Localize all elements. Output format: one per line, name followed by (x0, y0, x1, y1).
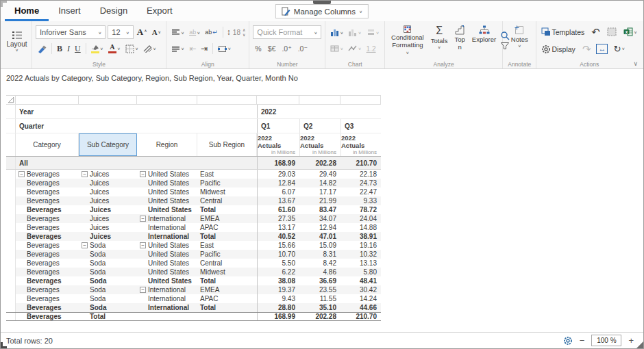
table-chart-button[interactable]: ∨ (329, 44, 345, 53)
cell[interactable]: United States (137, 205, 197, 214)
cell[interactable]: −United States (137, 241, 197, 250)
value-cell[interactable]: 5.50 (257, 259, 299, 268)
cell[interactable]: Juices (79, 214, 137, 223)
currency-format-button[interactable]: $€ (266, 44, 278, 53)
value-cell[interactable]: 83.47 (299, 205, 340, 214)
table-row[interactable]: BeveragesJuicesUnited StatesPacific12.84… (6, 179, 381, 188)
table-row[interactable]: BeveragesJuicesUnited StatesMidwest6.071… (6, 188, 381, 196)
value-cell[interactable]: 40.52 (257, 232, 299, 241)
value-cell[interactable]: 61.60 (257, 205, 299, 214)
cell[interactable]: Midwest (197, 188, 257, 196)
strip-cell[interactable] (340, 96, 381, 104)
value-cell[interactable]: 30.42 (340, 285, 381, 294)
cell[interactable]: Midwest (197, 268, 257, 276)
shrink-font-button[interactable]: A∨ (151, 27, 162, 37)
cell[interactable]: Juices (79, 196, 137, 205)
fill-color-button[interactable]: ∨ (90, 44, 105, 54)
cell[interactable]: Juices (79, 232, 137, 241)
cell[interactable]: Total (79, 313, 137, 320)
table-row[interactable]: BeveragesSodaInternationalTotal28.8035.1… (6, 303, 381, 312)
zoom-out-button[interactable]: − (580, 335, 585, 346)
value-cell[interactable]: 36.69 (299, 276, 340, 285)
table-row[interactable]: BeveragesJuices−InternationalEMEA27.3534… (6, 214, 381, 223)
cell[interactable]: Juices (79, 188, 137, 196)
value-cell[interactable]: 8.42 (299, 259, 340, 268)
cell[interactable]: Beverages (16, 268, 79, 276)
cell[interactable]: Beverages (16, 188, 79, 196)
cell[interactable]: Beverages (16, 232, 79, 241)
templates-button[interactable]: Templates (540, 27, 586, 37)
cell[interactable]: Central (197, 259, 257, 268)
row-height-value[interactable]: 18 (233, 29, 240, 36)
font-size-select[interactable]: 12 ∨ (108, 25, 134, 39)
value-cell[interactable]: 4.86 (299, 268, 340, 276)
value-cell[interactable]: 12.94 (299, 223, 340, 232)
collapse-icon[interactable]: − (82, 171, 88, 177)
table-row[interactable]: BeveragesSoda−InternationalEMEA19.3723.5… (6, 285, 381, 294)
increase-decimal-button[interactable]: .0⁺ (280, 44, 293, 53)
resize-grip-top-left[interactable] (1, 1, 7, 7)
stacked-chart-button[interactable]: ∨ (365, 27, 381, 37)
export-excel-button[interactable]: x ∨ (622, 27, 639, 37)
cell[interactable]: International (137, 294, 197, 303)
cell[interactable]: Pacific (197, 179, 257, 188)
top-n-button[interactable]: Top n (451, 24, 467, 57)
cell[interactable]: Beverages (16, 223, 79, 232)
cell[interactable]: −Soda (79, 241, 137, 250)
increase-indent-button[interactable]: ⇥ (199, 43, 209, 54)
cell[interactable]: Beverages (16, 205, 79, 214)
cell[interactable]: International (137, 223, 197, 232)
cell[interactable]: Total (197, 276, 257, 285)
cell[interactable]: East (197, 241, 257, 250)
strip-cell[interactable] (197, 96, 257, 104)
format-painter-button[interactable] (36, 44, 48, 54)
clustered-chart-button[interactable]: ∨ (347, 27, 362, 37)
cell[interactable]: Beverages (16, 303, 79, 312)
zoom-in-button[interactable]: + (628, 335, 634, 346)
cell[interactable]: Central (197, 196, 257, 205)
header-measure-q1[interactable]: 2022 Actualsin Millions (257, 133, 299, 156)
resize-grip-bottom-left[interactable] (1, 342, 7, 348)
value-cell[interactable]: 8.31 (299, 250, 340, 259)
text-rotate-button[interactable]: ab∨ (188, 28, 201, 36)
clear-formatting-button[interactable]: ∨ (142, 44, 158, 53)
table-row[interactable]: −Beverages−Juices−United StatesEast29.03… (6, 170, 381, 179)
collapse-icon[interactable]: − (140, 216, 146, 222)
value-cell[interactable]: 6.07 (257, 188, 299, 196)
value-cell[interactable]: 13.13 (340, 259, 381, 268)
borders-button[interactable]: ∨ (124, 44, 140, 54)
bar-chart-button[interactable]: ∨ (329, 27, 345, 37)
cell[interactable] (137, 313, 197, 320)
value-cell[interactable]: 14.82 (299, 179, 340, 188)
value-cell[interactable]: 34.07 (299, 214, 340, 223)
cell[interactable]: Beverages (16, 250, 79, 259)
cell[interactable]: International (137, 232, 197, 241)
collapse-ribbon-button[interactable]: ∨ (633, 60, 638, 67)
value-cell[interactable]: 210.70 (340, 157, 381, 169)
strip-cell[interactable] (16, 96, 79, 104)
cell[interactable]: APAC (197, 294, 257, 303)
selection-button[interactable] (606, 27, 618, 37)
explorer-button[interactable]: Explorer (469, 24, 499, 57)
bold-button[interactable]: B (55, 43, 64, 55)
value-cell[interactable]: 15.66 (257, 241, 299, 250)
quick-format-select[interactable]: Quick Format ∨ (253, 25, 321, 39)
cell[interactable]: Beverages (16, 313, 79, 320)
cell[interactable]: Soda (79, 285, 137, 294)
value-cell[interactable]: 29.03 (257, 170, 299, 179)
value-cell[interactable]: 22.47 (340, 188, 381, 196)
table-row[interactable]: BeveragesSodaUnited StatesCentral5.508.4… (6, 259, 381, 268)
cell[interactable]: Soda (79, 276, 137, 285)
header-category[interactable]: Category (16, 133, 79, 156)
value-cell[interactable]: 29.49 (299, 170, 340, 179)
font-name-select[interactable]: Inforiver Sans ∨ (36, 25, 106, 39)
year-value[interactable]: 2022 (257, 105, 381, 118)
cell[interactable]: United States (137, 268, 197, 276)
cell[interactable]: Beverages (16, 196, 79, 205)
strip-cell[interactable] (299, 96, 340, 104)
cell[interactable]: Beverages (16, 241, 79, 250)
value-cell[interactable]: 10.32 (340, 250, 381, 259)
value-cell[interactable]: 47.01 (299, 232, 340, 241)
percent-format-button[interactable]: % (253, 44, 263, 53)
value-cell[interactable]: 15.09 (299, 241, 340, 250)
